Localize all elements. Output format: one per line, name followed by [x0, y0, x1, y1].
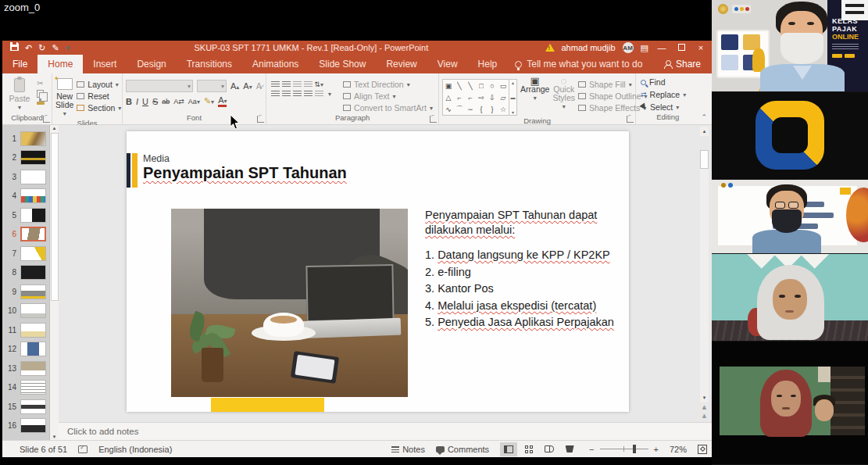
- reset-button[interactable]: Reset: [77, 91, 121, 101]
- line-shape-icon[interactable]: ╲: [457, 82, 461, 90]
- thumbnail-scroll-up-icon[interactable]: ▴: [53, 125, 56, 131]
- oval-shape-icon[interactable]: ○: [490, 82, 494, 90]
- new-slide-button[interactable]: New Slide ▾: [55, 77, 73, 118]
- callout-shape-icon[interactable]: ▱: [501, 94, 506, 102]
- tab-file[interactable]: File: [2, 55, 38, 73]
- thumbnail-scroll-thumb[interactable]: [51, 133, 59, 301]
- font-name-combobox[interactable]: ▾: [126, 80, 193, 92]
- video-tile-participant-teal-room[interactable]: [712, 254, 868, 342]
- clipboard-dialog-launcher[interactable]: [43, 116, 50, 123]
- scroll-down-icon[interactable]: ▾: [700, 393, 709, 402]
- slide-indicator[interactable]: Slide 6 of 51: [20, 445, 67, 454]
- thumbnail-slide-2[interactable]: 2: [5, 148, 49, 168]
- thumbnail-slide-4[interactable]: 4: [5, 187, 49, 206]
- undo-icon[interactable]: ↶: [25, 41, 32, 55]
- character-spacing-icon[interactable]: A⇄: [173, 98, 184, 106]
- cut-icon[interactable]: ✂: [37, 79, 45, 88]
- shrink-font-icon[interactable]: A▾: [243, 81, 252, 91]
- clear-formatting-icon[interactable]: A̷: [256, 81, 262, 91]
- right-arrow-shape-icon[interactable]: ⇨: [478, 94, 484, 102]
- tab-home[interactable]: Home: [38, 55, 83, 73]
- video-tile-presenter[interactable]: KELAS PAJAK ONLINE: [712, 0, 868, 92]
- decrease-indent-icon[interactable]: [293, 81, 302, 88]
- arrange-button[interactable]: ▣ Arrange ▾: [520, 77, 549, 116]
- tab-slide-show[interactable]: Slide Show: [309, 55, 376, 73]
- previous-slide-icon[interactable]: ≙: [702, 406, 707, 412]
- align-right-icon[interactable]: [293, 91, 302, 98]
- brace-left-shape-icon[interactable]: {: [480, 106, 483, 113]
- paragraph-dialog-launcher[interactable]: [430, 116, 437, 123]
- elbow-shape-icon[interactable]: ⌐: [457, 94, 461, 102]
- thumbnail-slide-7[interactable]: 7: [5, 244, 49, 263]
- change-case-icon[interactable]: Aa▾: [188, 98, 200, 106]
- slide-sorter-view-button[interactable]: [520, 442, 538, 456]
- draw-icon[interactable]: ✎: [52, 41, 59, 55]
- video-tile-host[interactable]: [712, 180, 868, 255]
- zoom-slider-thumb[interactable]: [633, 445, 636, 453]
- video-tile-logo-avatar[interactable]: [712, 92, 868, 180]
- tab-help[interactable]: Help: [468, 55, 508, 73]
- slide-scrollbar[interactable]: ▴ ▾ ≙ ≚: [699, 127, 709, 420]
- zoom-out-button[interactable]: −: [589, 445, 594, 454]
- thumbnail-scrollbar[interactable]: ▴ ▾: [49, 125, 59, 440]
- redo-icon[interactable]: ↻: [38, 41, 45, 55]
- textbox-shape-icon[interactable]: ▣: [445, 82, 452, 90]
- share-button[interactable]: Share: [653, 55, 712, 73]
- reading-view-button[interactable]: [541, 442, 558, 456]
- align-left-icon[interactable]: [271, 91, 280, 98]
- zoom-in-button[interactable]: +: [654, 445, 659, 454]
- notes-pane[interactable]: Click to add notes: [59, 422, 712, 440]
- align-center-icon[interactable]: [282, 91, 291, 98]
- copy-icon[interactable]: [37, 90, 44, 98]
- arc-shape-icon[interactable]: ⌒: [456, 104, 463, 114]
- format-painter-icon[interactable]: [37, 102, 45, 105]
- bullets-icon[interactable]: [271, 81, 280, 88]
- fit-slide-to-window-icon[interactable]: [698, 445, 707, 454]
- thumbnail-scroll-down-icon[interactable]: ▾: [53, 434, 56, 440]
- tab-animations[interactable]: Animations: [242, 55, 309, 73]
- drawing-dialog-launcher[interactable]: [627, 116, 634, 123]
- justify-icon[interactable]: [304, 91, 313, 98]
- connector-shape-icon[interactable]: ⌐: [468, 94, 472, 102]
- thumbnail-slide-12[interactable]: 12: [5, 340, 49, 359]
- thumbnail-slide-14[interactable]: 14: [5, 378, 49, 398]
- down-arrow-shape-icon[interactable]: ⇩: [489, 94, 495, 102]
- thumbnail-slide-11[interactable]: 11: [5, 320, 49, 340]
- tab-transitions[interactable]: Transitions: [177, 55, 242, 73]
- thumbnail-slide-3[interactable]: 3: [5, 167, 49, 187]
- tab-design[interactable]: Design: [127, 55, 176, 73]
- highlight-color-icon[interactable]: ✎▾: [204, 96, 214, 106]
- normal-view-button[interactable]: [500, 442, 517, 456]
- thumbnail-slide-5[interactable]: 5: [5, 206, 49, 225]
- thumbnail-slide-1[interactable]: 1: [5, 129, 49, 148]
- star-shape-icon[interactable]: ☆: [500, 106, 506, 113]
- thumbnail-slide-10[interactable]: 10: [5, 302, 49, 321]
- font-color-icon[interactable]: A▾: [218, 95, 227, 107]
- grow-font-icon[interactable]: A▴: [230, 81, 239, 91]
- curve-shape-icon[interactable]: ∼: [467, 106, 473, 113]
- tab-view[interactable]: View: [427, 55, 468, 73]
- avatar[interactable]: AM: [623, 42, 634, 53]
- layout-button[interactable]: Layout▾: [77, 80, 121, 89]
- select-button[interactable]: Select▾: [641, 102, 696, 112]
- arrow-shape-icon[interactable]: ╲: [468, 82, 472, 90]
- strikethrough-icon[interactable]: S: [152, 97, 158, 106]
- warning-icon[interactable]: [545, 44, 555, 52]
- next-slide-icon[interactable]: ≚: [702, 414, 707, 420]
- customize-quick-access-icon[interactable]: ▾: [66, 41, 70, 55]
- replace-button[interactable]: ⇄Replace▾: [641, 90, 696, 99]
- thumbnail-slide-8[interactable]: 8: [5, 263, 49, 283]
- signed-in-user[interactable]: ahmad mudjib: [562, 43, 616, 52]
- brace-right-shape-icon[interactable]: }: [491, 106, 494, 113]
- find-button[interactable]: Find: [641, 77, 696, 87]
- align-text-button[interactable]: Align Text▾: [343, 91, 433, 101]
- tab-insert[interactable]: Insert: [83, 55, 127, 73]
- save-icon[interactable]: [10, 41, 19, 55]
- thumbnail-slide-13[interactable]: 13: [5, 359, 49, 378]
- close-button[interactable]: ×: [695, 43, 707, 52]
- shapes-scrollbar[interactable]: ▴▬▾: [509, 80, 516, 115]
- thumbnail-slide-15[interactable]: 15: [5, 397, 49, 417]
- language-indicator[interactable]: English (Indonesia): [98, 445, 172, 454]
- font-size-combobox[interactable]: ▾: [197, 80, 227, 92]
- zoom-slider[interactable]: [600, 449, 648, 449]
